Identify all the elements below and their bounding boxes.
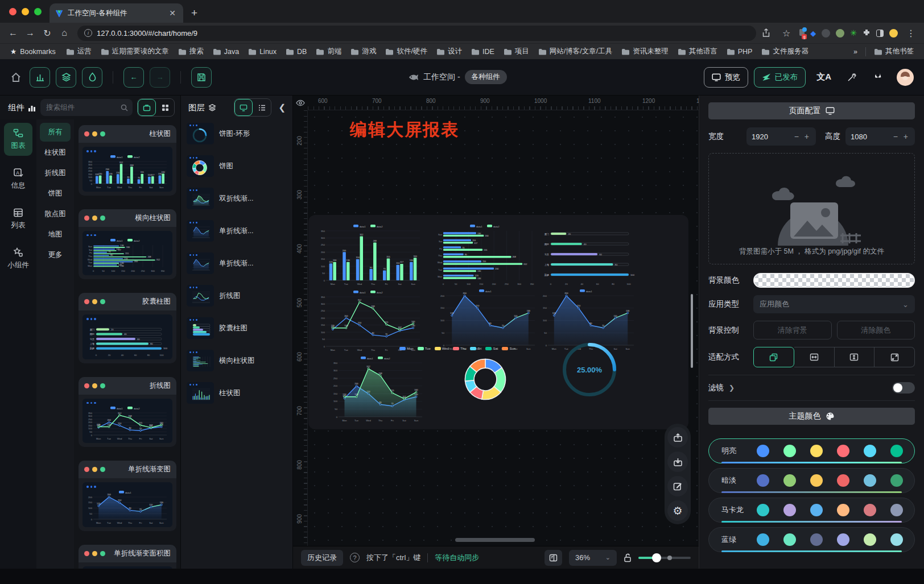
- canvas-chart-双折线渐变图[interactable]: 050100150200250300350MonTueWedThuFriSatS…: [330, 355, 426, 423]
- bookmark-folder[interactable]: 近期需要读的文章: [96, 45, 174, 58]
- thumbnail-view-button[interactable]: [234, 99, 253, 116]
- component-card-横向柱状图[interactable]: 横向柱状图050100150200250300350data1data2Sun1…: [79, 209, 176, 280]
- vertical-scrollbar[interactable]: [691, 294, 693, 368]
- sidebar-toggle-icon[interactable]: [876, 30, 884, 37]
- bookmark-folder[interactable]: 设计: [432, 45, 467, 58]
- bookmark-folder[interactable]: 搜索: [174, 45, 208, 58]
- charts-panel-button[interactable]: [30, 67, 50, 88]
- canvas-chart-胶囊柱图[interactable]: 厦门20南阳40北京60上海80新疆100020406080100: [539, 223, 637, 287]
- help-icon[interactable]: ?: [350, 553, 360, 562]
- component-card-柱状图[interactable]: 柱状图050100150200250300350MonTueWedThuFriS…: [79, 125, 176, 196]
- settings-gear-icon[interactable]: ⚙: [667, 500, 688, 521]
- component-card-单折线渐变图[interactable]: 单折线渐变图050100150200MonTueWedThuFriSatSund…: [79, 461, 176, 531]
- extension-icon[interactable]: [822, 29, 830, 38]
- decrease-icon[interactable]: −: [793, 132, 801, 141]
- star-extension-icon[interactable]: ✳: [850, 28, 857, 38]
- lock-icon[interactable]: [624, 553, 632, 562]
- fit-stretch-button[interactable]: [874, 347, 915, 367]
- address-bar[interactable]: i 127.0.0.1:3000/#/chart/home/9: [77, 26, 756, 41]
- increase-icon[interactable]: +: [803, 132, 811, 141]
- collapse-panel-icon[interactable]: ❮: [276, 102, 288, 113]
- details-panel-button[interactable]: [82, 67, 102, 88]
- layer-item-柱状图[interactable]: 柱状图: [187, 382, 287, 404]
- bookmark-folder[interactable]: 网站/博客/文章/工具: [534, 45, 617, 58]
- home-nav-icon[interactable]: [10, 72, 22, 83]
- category-散点图[interactable]: 散点图: [40, 205, 71, 223]
- bookmarks-overflow-button[interactable]: »: [849, 46, 862, 57]
- zoom-slider[interactable]: [638, 553, 691, 562]
- clear-color-button[interactable]: 清除颜色: [837, 321, 915, 339]
- bookmarks-root[interactable]: ★ Bookmarks: [6, 45, 60, 57]
- preview-button[interactable]: 预览: [704, 67, 748, 88]
- legend-item[interactable]: Mon: [399, 347, 414, 350]
- list-view-button[interactable]: [253, 99, 271, 116]
- decrease-icon[interactable]: −: [892, 132, 900, 141]
- site-info-icon[interactable]: i: [84, 29, 92, 37]
- canvas-chart-饼图-环形[interactable]: 25.00%: [561, 341, 618, 398]
- bookmark-folder[interactable]: IDE: [467, 46, 499, 57]
- bookmark-folder[interactable]: Java: [208, 46, 244, 57]
- theme-row-蓝绿[interactable]: 蓝绿: [708, 527, 915, 552]
- new-tab-button[interactable]: +: [183, 7, 205, 23]
- forward-icon[interactable]: →: [23, 28, 38, 38]
- layer-item-单折线渐...[interactable]: 单折线渐...: [187, 252, 287, 274]
- canvas-chart-单折线渐变图[interactable]: 050100150200MonTueWedThuFriSatSundata112…: [437, 288, 538, 351]
- readme-panel-button[interactable]: [544, 550, 562, 566]
- theme-row-马卡龙[interactable]: 马卡龙: [708, 498, 915, 523]
- undo-button[interactable]: ←: [123, 67, 144, 88]
- fit-width-button[interactable]: [794, 347, 835, 367]
- category-地图[interactable]: 地图: [40, 225, 71, 244]
- theme-row-明亮[interactable]: 明亮: [708, 438, 915, 463]
- category-更多[interactable]: 更多: [40, 246, 71, 264]
- sidebar-item-图表[interactable]: 图表: [4, 123, 32, 156]
- tab-close-icon[interactable]: ✕: [167, 9, 178, 18]
- legend-item[interactable]: Sun: [502, 347, 515, 350]
- home-icon[interactable]: ⌂: [57, 28, 72, 38]
- back-icon[interactable]: ←: [6, 28, 20, 38]
- bookmark-folder[interactable]: 其他语言: [673, 45, 722, 58]
- puzzle-extensions-icon[interactable]: [863, 29, 871, 37]
- bookmark-star-icon[interactable]: ☆: [779, 28, 794, 39]
- other-bookmarks-folder[interactable]: 其他书签: [869, 45, 918, 58]
- bookmark-folder[interactable]: 项目: [499, 45, 534, 58]
- bookmark-folder[interactable]: Linux: [244, 46, 281, 57]
- legend-item[interactable]: Fri: [470, 347, 481, 350]
- legend-item[interactable]: Thu: [453, 347, 466, 350]
- layer-item-横向柱状图[interactable]: 横向柱状图: [187, 350, 287, 371]
- legend-item[interactable]: Sat: [485, 347, 498, 350]
- category-柱状图[interactable]: 柱状图: [40, 143, 71, 162]
- magic-wand-icon[interactable]: [842, 72, 862, 82]
- canvas-area[interactable]: 6007008009001000110012001300 20030040050…: [293, 96, 699, 569]
- export-button[interactable]: [667, 427, 688, 448]
- sidebar-item-信息[interactable]: A信息: [4, 163, 32, 196]
- canvas-chart-横向柱状图[interactable]: 050100150200250300350data1data2Sun130160…: [435, 223, 539, 287]
- width-stepper[interactable]: 1920 − +: [746, 127, 816, 146]
- canvas-chart-饼图[interactable]: [464, 358, 506, 400]
- bookmark-folder[interactable]: PHP: [722, 46, 757, 57]
- publish-button[interactable]: 已发布: [754, 67, 806, 88]
- width-value[interactable]: 1920: [752, 132, 790, 141]
- background-upload-dropzone[interactable]: 背景图需小于 5M ， 格式为 png/jpg/gif 的文件: [708, 153, 915, 264]
- design-board[interactable]: 050100150200250300350MonTueWedThuFriSatS…: [308, 215, 688, 429]
- redo-button[interactable]: →: [150, 67, 170, 88]
- bg-color-swatch[interactable]: [753, 273, 915, 288]
- canvas-chart-折线图[interactable]: 050100150200250300350MonTueWedThuFriSatS…: [317, 289, 423, 353]
- chevron-right-icon[interactable]: ❯: [729, 384, 735, 392]
- fit-auto-button[interactable]: [753, 347, 794, 367]
- filter-toggle[interactable]: [892, 382, 915, 394]
- bookmark-folder[interactable]: 资讯未整理: [617, 45, 673, 58]
- component-card-胶囊柱图[interactable]: 胶囊柱图厦门20南阳40北京60上海80新疆100020406080100: [79, 293, 176, 363]
- category-折线图[interactable]: 折线图: [40, 164, 71, 183]
- profile-avatar-icon[interactable]: [889, 29, 898, 38]
- close-window-button[interactable]: [9, 8, 16, 15]
- minimize-window-button[interactable]: [22, 8, 29, 15]
- extension-icon[interactable]: [836, 29, 844, 38]
- dark-mode-moon-icon[interactable]: [868, 72, 888, 82]
- bookmark-folder[interactable]: 文件服务器: [757, 45, 813, 58]
- eye-icon[interactable]: [293, 96, 308, 110]
- search-input[interactable]: 搜索组件: [40, 99, 133, 116]
- app-type-select[interactable]: 应用颜色 ⌄: [753, 295, 915, 313]
- bookmark-folder[interactable]: 游戏: [346, 45, 381, 58]
- slider-knob[interactable]: [652, 553, 661, 562]
- increase-icon[interactable]: +: [902, 132, 910, 141]
